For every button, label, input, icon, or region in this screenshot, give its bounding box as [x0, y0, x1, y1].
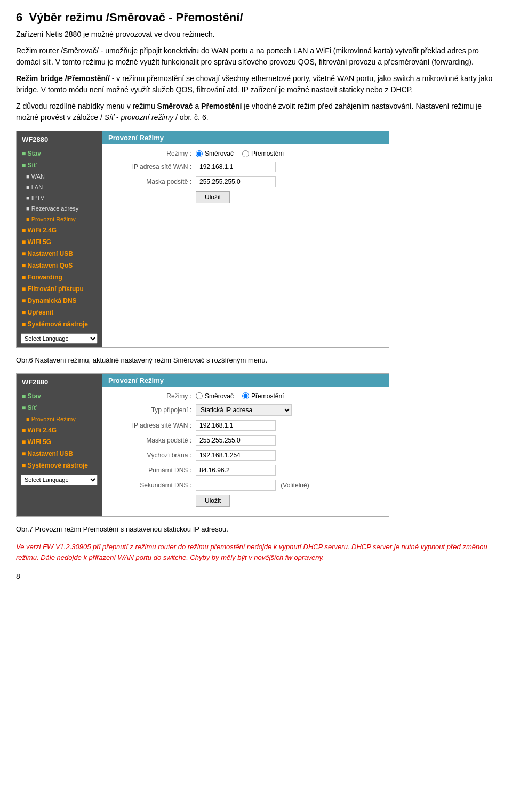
input-mask-1[interactable]: [196, 176, 276, 187]
sidebar-item-upresn-1[interactable]: ■ Upřesnit: [17, 307, 102, 318]
form-row-mask-2: Maska podsítě :: [110, 435, 380, 446]
caption-1: Obr.6 Nastavení režimu, aktuálně nastave…: [16, 355, 496, 366]
para3-bold2: Přemostění: [201, 102, 242, 110]
input-mask-2[interactable]: [196, 435, 276, 446]
form-row-typ-2: Typ připojení : Statická IP adresa: [110, 404, 380, 416]
form-label-rezim-1: Režimy :: [110, 150, 196, 157]
title-text: Výběr režimu /Směrovač - Přemostění/: [29, 11, 243, 24]
para3: Z důvodu rozdílné nabídky menu v režimu …: [16, 101, 496, 123]
select-typ-2[interactable]: Statická IP adresa: [196, 404, 292, 416]
radio-smerovac-1[interactable]: Směrovač: [196, 150, 234, 157]
form-row-dns1-2: Primární DNS :: [110, 465, 380, 476]
sidebar-select-wrap-2[interactable]: Select Language: [21, 475, 98, 485]
form-row-dns2-2: Sekundární DNS : (Volitelně): [110, 480, 380, 491]
form-label-rezim-2: Režimy :: [110, 392, 196, 400]
form-row-mask-1: Maska podsítě :: [110, 176, 380, 187]
para3-bold1: Směrovač: [157, 102, 193, 110]
sidebar-1: WF2880 ■ Stav ■ Síť ■ WAN ■ LAN ■ IPTV ■…: [17, 131, 102, 347]
sidebar-sub-iptv-1[interactable]: ■ IPTV: [17, 192, 102, 203]
radio-smerovac-input-2[interactable]: [196, 392, 203, 399]
device-name-2: WF2880: [17, 374, 102, 390]
form-row-ip-2: IP adresa sítě WAN :: [110, 420, 380, 431]
sidebar-item-usb-1[interactable]: ■ Nastavení USB: [17, 248, 102, 260]
sidebar-2: WF2880 ■ Stav ■ Síť ■ Provozní Režimy ■ …: [17, 374, 102, 516]
save-button-2[interactable]: Uložit: [196, 495, 230, 507]
language-select-1[interactable]: Select Language: [21, 333, 98, 344]
sidebar-sub-lan-1[interactable]: ■ LAN: [17, 182, 102, 192]
form-radio-group-1: Směrovač Přemostění: [196, 150, 380, 157]
form-label-dns1-2: Primární DNS :: [110, 467, 196, 474]
sidebar-item-dns-1[interactable]: ■ Dynamická DNS: [17, 295, 102, 307]
input-ip-1[interactable]: [196, 162, 276, 172]
form-label-typ-2: Typ připojení :: [110, 406, 196, 414]
sidebar-sub-wan-1[interactable]: ■ WAN: [17, 171, 102, 182]
form-val-ip-2: [196, 420, 380, 431]
radio-premosteni-2[interactable]: Přemostění: [242, 392, 284, 400]
form-val-gw-2: [196, 450, 380, 461]
main-header-1: Provozní Režimy: [102, 131, 389, 144]
form-row-gw-2: Výchozí brána :: [110, 450, 380, 461]
para2-bold: Režim bridge /Přemostění/: [16, 74, 110, 83]
form-label-ip-1: IP adresa sítě WAN :: [110, 163, 196, 171]
sidebar-sub-rezervace-1[interactable]: ■ Rezervace adresy: [17, 203, 102, 214]
radio-smerovac-2[interactable]: Směrovač: [196, 392, 234, 400]
sidebar-item-sit-2[interactable]: ■ Síť: [17, 402, 102, 414]
subtitle: Zařízení Netis 2880 je možné provozovat …: [16, 29, 496, 40]
para3-end: / obr. č. 6.: [175, 113, 208, 122]
radio-premosteni-1[interactable]: Přemostění: [242, 150, 284, 157]
form-row-save-1: Uložit: [110, 191, 380, 203]
form-val-ip-1: [196, 162, 380, 172]
main-content-2: Režimy : Směrovač Přemostění Typ připoje…: [102, 387, 389, 516]
sidebar-item-systnast-2[interactable]: ■ Systémové nástroje: [17, 460, 102, 471]
caption-2: Obr.7 Provozní režim Přemostění s nastav…: [16, 524, 496, 535]
para3-mid: a: [195, 102, 201, 110]
form-label-mask-2: Maska podsítě :: [110, 437, 196, 444]
form-row-save-2: Uložit: [110, 495, 380, 507]
form-row-ip-1: IP adresa sítě WAN :: [110, 162, 380, 172]
figure-1: WF2880 ■ Stav ■ Síť ■ WAN ■ LAN ■ IPTV ■…: [16, 131, 389, 348]
main-panel-2: Provozní Režimy Režimy : Směrovač Přemos…: [102, 374, 389, 516]
main-panel-1: Provozní Režimy Režimy : Směrovač Přemos…: [102, 131, 389, 347]
main-content-1: Režimy : Směrovač Přemostění IP adresa s…: [102, 144, 389, 213]
input-dns1-2[interactable]: [196, 465, 276, 476]
para1: Režim router /Směrovač/ - umožňuje připo…: [16, 45, 496, 68]
para2: Režim bridge /Přemostění/ - v režimu pře…: [16, 73, 496, 95]
form-row-rezim-2: Režimy : Směrovač Přemostění: [110, 392, 380, 400]
radio-premosteni-input-2[interactable]: [242, 392, 249, 399]
input-dns2-2[interactable]: [196, 480, 276, 491]
sidebar-item-wifi5-1[interactable]: ■ WiFi 5G: [17, 236, 102, 248]
form-radio-group-2: Směrovač Přemostění: [196, 392, 380, 400]
radio-smerovac-input-1[interactable]: [196, 150, 203, 157]
sidebar-select-wrap-1[interactable]: Select Language: [21, 333, 98, 344]
sidebar-item-qos-1[interactable]: ■ Nastavení QoS: [17, 260, 102, 271]
form-val-dns1-2: [196, 465, 380, 476]
device-name-1: WF2880: [17, 131, 102, 148]
sidebar-item-sit-1[interactable]: ■ Síť: [17, 159, 102, 171]
save-button-1[interactable]: Uložit: [196, 191, 230, 203]
form-val-typ-2: Statická IP adresa: [196, 404, 380, 416]
form-row-rezim-1: Režimy : Směrovač Přemostění: [110, 150, 380, 157]
input-ip-2[interactable]: [196, 420, 276, 431]
form-val-mask-1: [196, 176, 380, 187]
sidebar-item-wifi5-2[interactable]: ■ WiFi 5G: [17, 436, 102, 448]
sidebar-sub-provozni-1[interactable]: ■ Provozní Režimy: [17, 214, 102, 224]
sidebar-item-filtrovani-1[interactable]: ■ Filtrování přístupu: [17, 283, 102, 295]
sidebar-item-wifi24-2[interactable]: ■ WiFi 2.4G: [17, 424, 102, 436]
warning-text: Ve verzi FW V1.2.30905 při přepnutí z re…: [16, 542, 496, 562]
radio-premosteni-input-1[interactable]: [242, 150, 249, 157]
sidebar-item-stav-2[interactable]: ■ Stav: [17, 390, 102, 402]
figure-2: WF2880 ■ Stav ■ Síť ■ Provozní Režimy ■ …: [16, 373, 389, 517]
sidebar-item-wifi24-1[interactable]: ■ WiFi 2.4G: [17, 224, 102, 236]
sidebar-item-systnast-1[interactable]: ■ Systémové nástroje: [17, 318, 102, 330]
sidebar-item-forwarding-1[interactable]: ■ Forwarding: [17, 271, 102, 283]
input-gw-2[interactable]: [196, 450, 276, 461]
form-label-gw-2: Výchozí brána :: [110, 452, 196, 459]
language-select-2[interactable]: Select Language: [21, 475, 98, 485]
page-title: 6 Výběr režimu /Směrovač - Přemostění/: [16, 11, 496, 25]
form-label-dns2-2: Sekundární DNS :: [110, 481, 196, 489]
sidebar-sub-provozni-2[interactable]: ■ Provozní Režimy: [17, 414, 102, 424]
sidebar-item-usb-2[interactable]: ■ Nastavení USB: [17, 448, 102, 460]
form-label-ip-2: IP adresa sítě WAN :: [110, 422, 196, 429]
form-val-mask-2: [196, 435, 380, 446]
sidebar-item-stav-1[interactable]: ■ Stav: [17, 148, 102, 159]
